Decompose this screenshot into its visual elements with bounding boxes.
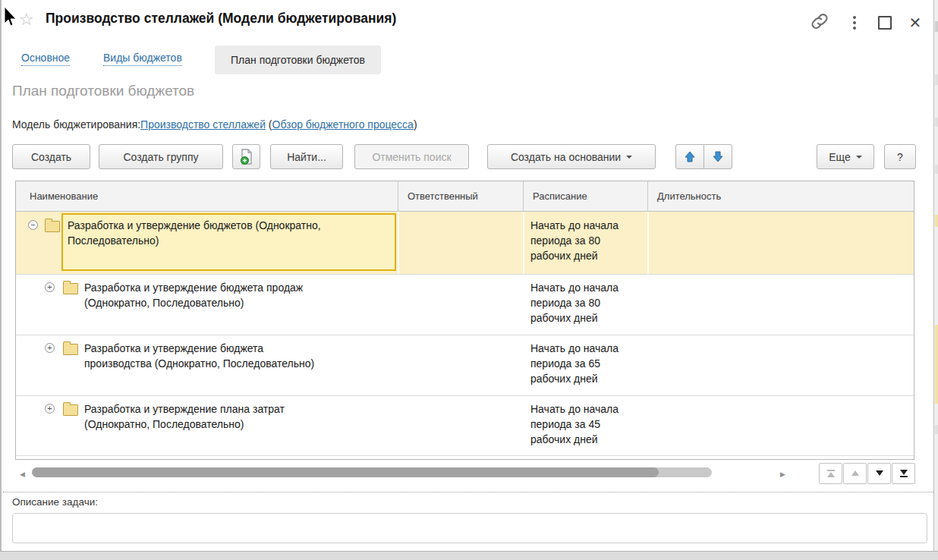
maximize-button[interactable] (873, 11, 897, 34)
move-down-button[interactable] (704, 144, 732, 169)
window-title: Производство стеллажей (Модели бюджетиро… (46, 11, 396, 27)
create-group-button[interactable]: Создать группу (99, 144, 223, 169)
blue-arrow-down-icon (713, 151, 723, 162)
table-row[interactable]: + Разработка и утверждение бюджета прода… (16, 274, 914, 335)
window-left-edge (0, 0, 2, 551)
task-schedule: Начать до начала периода за 45 рабочих д… (530, 401, 644, 447)
column-header-duration[interactable]: Длительность (647, 181, 914, 212)
more-actions-label: Еще (829, 151, 851, 163)
folder-icon (63, 404, 78, 416)
page-title: План подготовки бюджетов (12, 83, 194, 99)
create-group-button-label: Создать группу (124, 151, 199, 163)
background-window-sliver (933, 0, 938, 551)
task-name: Разработка и утверждение бюджета произво… (84, 341, 388, 371)
link-icon (810, 11, 829, 31)
expand-expander-icon[interactable]: + (45, 282, 55, 292)
task-schedule: Начать до начала периода за 65 рабочих д… (530, 341, 644, 386)
more-menu-button[interactable] (842, 11, 867, 34)
go-to-first-row-button[interactable] (819, 463, 842, 484)
task-name: Разработка и утверждение бюджетов (Однок… (68, 218, 389, 248)
find-button[interactable]: Найти... (270, 144, 343, 169)
go-to-last-row-button[interactable] (892, 463, 915, 484)
triangle-down-icon (875, 469, 884, 478)
dropdown-caret-icon (626, 156, 632, 159)
pane-splitter[interactable] (3, 492, 933, 492)
mouse-cursor-icon (3, 6, 18, 27)
more-actions-button[interactable]: Еще (817, 144, 874, 169)
help-button[interactable]: ? (884, 144, 916, 169)
column-header-name[interactable]: Наименование (16, 181, 398, 212)
create-based-on-button[interactable]: Создать на основании (487, 144, 656, 169)
app-window: ☆ Производство стеллажей (Модели бюджети… (0, 0, 938, 560)
tab-budget-types[interactable]: Виды бюджетов (103, 52, 182, 66)
maximize-icon (878, 16, 892, 30)
model-link[interactable]: Производство стеллажей (140, 118, 266, 131)
scroll-right-icon[interactable]: ▶ (780, 470, 785, 478)
move-up-button[interactable] (675, 144, 704, 169)
scrollbar-thumb[interactable] (32, 467, 659, 477)
table-row[interactable]: + Разработка и утверждение бюджета произ… (16, 335, 914, 395)
table-row[interactable]: + Разработка и утверждение плана затрат … (16, 395, 914, 456)
model-label: Модель бюджетирования: (12, 118, 140, 131)
create-based-on-label: Создать на основании (511, 151, 621, 163)
get-link-button[interactable] (807, 10, 832, 33)
column-header-responsible[interactable]: Ответственный (398, 181, 523, 212)
model-line: Модель бюджетирования:Производство стелл… (12, 118, 417, 131)
expand-expander-icon[interactable]: + (45, 404, 55, 414)
horizontal-scrollbar[interactable] (32, 467, 712, 477)
tab-budget-plan-active[interactable]: План подготовки бюджетов (215, 46, 381, 74)
kebab-menu-icon (853, 16, 856, 30)
budget-process-overview-link[interactable]: Обзор бюджетного процесса (272, 118, 414, 131)
task-name: Разработка и утверждение плана затрат (О… (84, 401, 388, 432)
budget-plan-table: Наименование Ответственный Расписание Дл… (15, 181, 914, 460)
folder-icon (63, 344, 78, 355)
collapse-expander-icon[interactable]: − (28, 220, 38, 230)
paren-close: ) (414, 118, 417, 131)
folder-icon (45, 221, 60, 232)
cancel-search-button[interactable]: Отменить поиск (354, 144, 469, 169)
window-bottom-strip (0, 551, 938, 560)
task-description-label: Описание задачи: (12, 496, 98, 508)
previous-row-button[interactable] (843, 463, 867, 484)
scroll-left-icon[interactable]: ◀ (20, 470, 25, 478)
help-button-label: ? (897, 151, 903, 163)
task-schedule: Начать до начала периода за 80 рабочих д… (530, 280, 644, 326)
new-document-plus-icon (240, 149, 253, 165)
task-name: Разработка и утверждение бюджета продаж … (84, 280, 388, 310)
tab-main[interactable]: Основное (21, 52, 70, 66)
expand-expander-icon[interactable]: + (45, 343, 55, 353)
create-button[interactable]: Создать (12, 144, 90, 169)
dropdown-caret-icon (856, 156, 862, 159)
create-button-label: Создать (31, 151, 71, 163)
task-schedule: Начать до начала периода за 80 рабочих д… (530, 218, 644, 263)
cancel-search-button-label: Отменить поиск (372, 151, 451, 163)
create-new-item-icon-button[interactable] (232, 144, 260, 169)
triangle-up-icon (851, 469, 860, 478)
blue-arrow-up-icon (685, 151, 695, 162)
triangle-up-bar-icon (826, 469, 836, 478)
close-button[interactable]: ✕ (903, 11, 927, 34)
folder-icon (63, 283, 78, 294)
triangle-down-bar-icon (899, 469, 908, 478)
table-row[interactable]: − Разработка и утверждение бюджетов (Одн… (16, 212, 914, 274)
column-header-schedule[interactable]: Расписание (523, 181, 647, 212)
task-description-input[interactable] (12, 513, 927, 543)
find-button-label: Найти... (287, 151, 326, 163)
close-icon: ✕ (909, 15, 922, 30)
favorite-star-icon[interactable]: ☆ (19, 10, 34, 30)
next-row-button[interactable] (867, 463, 891, 484)
